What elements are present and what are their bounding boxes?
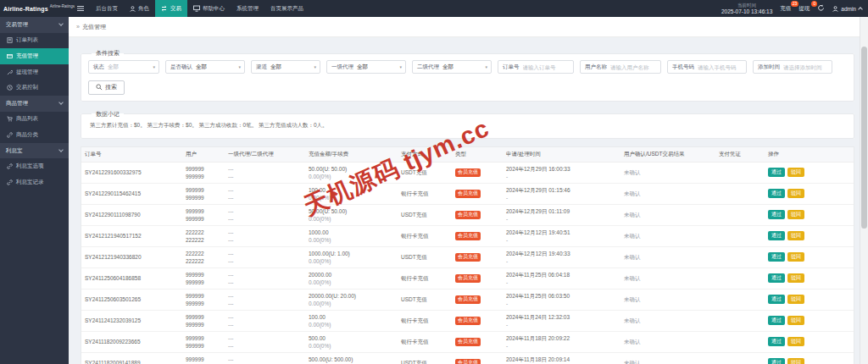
reject-button[interactable]: 驳回 — [787, 295, 804, 304]
agent2-select[interactable]: 二级代理 全部 ▾ — [412, 60, 492, 74]
recharge-notice-button[interactable]: 充值 23 — [780, 5, 791, 13]
sidebar-item-withdraw-mgmt[interactable]: 提现管理 — [0, 64, 69, 80]
col-type: 类型 — [452, 147, 503, 163]
sidebar-item-trade-control[interactable]: 交易控制 — [0, 80, 69, 96]
cell-type: 会员充值 — [452, 331, 503, 352]
cell-actions: 通过驳回 — [765, 204, 854, 225]
cell-agents: ------ — [225, 246, 305, 267]
cell-agents: ------ — [225, 225, 305, 246]
approve-button[interactable]: 通过 — [768, 168, 785, 177]
summary-panel: 数据小记 第三方累计充值：$0。 第三方手续费：$0。 第三方成功收款：0笔。 … — [81, 110, 854, 139]
sidebar-toggle-button[interactable] — [71, 0, 90, 17]
phone-input[interactable] — [698, 64, 746, 70]
approve-button[interactable]: 通过 — [768, 295, 785, 304]
col-actions: 操作 — [765, 147, 854, 163]
reject-button[interactable]: 驳回 — [787, 316, 804, 325]
scrollbar-thumb[interactable] — [861, 47, 867, 229]
approve-button[interactable]: 通过 — [768, 273, 785, 283]
username-input[interactable] — [610, 64, 660, 70]
reject-button[interactable]: 驳回 — [787, 252, 804, 262]
agent1-select[interactable]: 一级代理 全部 ▾ — [326, 60, 406, 74]
cell-pay-proof — [715, 289, 765, 310]
cell-pay-proof — [715, 246, 765, 267]
sidebar-group-trade[interactable]: 交易管理 — [0, 17, 69, 33]
type-badge: 会员充值 — [455, 359, 481, 364]
chevron-down-icon: ▾ — [314, 64, 316, 69]
top-header-bar: Airline-Ratings Airline-Ratings 后台首页 角色 … — [0, 0, 868, 17]
sidebar-item-order-list[interactable]: 订单列表 — [0, 33, 69, 49]
nav-item-trade[interactable]: 交易 — [155, 0, 187, 17]
cell-order-no: SY2411250604186858 — [81, 267, 182, 289]
cell-amount-fee: 20000.00(U: 20.00)0.00(0%) — [305, 289, 398, 310]
reject-button[interactable]: 驳回 — [787, 273, 804, 283]
cell-type: 会员充值 — [452, 352, 503, 364]
admin-username: admin — [841, 6, 856, 12]
reject-button[interactable]: 驳回 — [787, 168, 804, 177]
cell-type: 会员充值 — [452, 289, 503, 310]
channel-select[interactable]: 渠道 全部 ▾ — [251, 60, 320, 74]
cell-pay-proof — [715, 267, 765, 289]
cell-user-confirm: 未确认 — [620, 289, 715, 310]
admin-menu[interactable]: admin — [832, 6, 862, 12]
order-no-input[interactable] — [523, 64, 574, 70]
approve-button[interactable]: 通过 — [768, 337, 785, 346]
nav-item-home-products[interactable]: 首页展示产品 — [264, 0, 309, 17]
cell-user-confirm: 未确认 — [620, 225, 715, 246]
current-time: 当前时间 2025-07-10 13:46:13 — [721, 3, 772, 14]
nav-item-roles[interactable]: 角色 — [124, 0, 155, 17]
reject-button[interactable]: 驳回 — [787, 231, 804, 240]
recharge-table: 订单号 用户 一级代理/二级代理 充值金额/手续费 支付方式 类型 申请/处理时… — [81, 147, 854, 364]
table-header-row: 订单号 用户 一级代理/二级代理 充值金额/手续费 支付方式 类型 申请/处理时… — [81, 147, 854, 163]
approve-button[interactable]: 通过 — [768, 252, 785, 262]
cell-amount-fee: 20000.000.00(0%) — [305, 267, 398, 289]
cell-agents: ------ — [225, 289, 305, 310]
recharge-card-icon — [7, 53, 13, 59]
cell-user: 999999999999 — [182, 204, 225, 225]
reject-button[interactable]: 驳回 — [787, 210, 804, 219]
sidebar-group-interest[interactable]: 利息宝 — [0, 143, 69, 159]
admin-user-icon — [832, 6, 838, 12]
approve-button[interactable]: 通过 — [768, 189, 785, 198]
logo-text: Airline-Ratings — [3, 6, 48, 12]
filter-panel: 条件搜索 状态 全部 ▾ 是否确认 全部 ▾ 渠道 全部 ▾ — [81, 49, 854, 102]
sidebar-item-product-category[interactable]: 商品分类 — [0, 127, 69, 143]
cell-user-confirm: 未确认 — [620, 246, 715, 267]
sidebar-group-products[interactable]: 商品管理 — [0, 96, 69, 112]
nav-item-dashboard[interactable]: 后台首页 — [90, 0, 124, 17]
reject-button[interactable]: 驳回 — [787, 337, 804, 346]
sidebar-item-interest-records[interactable]: 利息宝记录 — [0, 174, 69, 190]
cell-actions: 通过驳回 — [765, 183, 854, 204]
approve-button[interactable]: 通过 — [768, 231, 785, 240]
cell-pay-proof — [715, 331, 765, 352]
nav-item-help-center[interactable]: 帮助中心 — [187, 0, 231, 17]
cell-order-no: SY2411182009223665 — [81, 331, 182, 352]
cell-user: 999999999999 — [182, 310, 225, 331]
reject-button[interactable]: 驳回 — [787, 189, 804, 198]
cell-pay-method: 银行卡充值 — [398, 267, 452, 289]
refresh-button[interactable] — [817, 4, 825, 13]
search-button[interactable]: 搜索 — [88, 80, 125, 95]
cell-actions: 通过驳回 — [765, 310, 854, 331]
cell-actions: 通过驳回 — [765, 352, 854, 364]
withdraw-notice-button[interactable]: 提现 0 — [798, 5, 810, 13]
status-select[interactable]: 状态 全部 ▾ — [88, 60, 159, 74]
add-time-input[interactable] — [783, 64, 832, 70]
approve-button[interactable]: 通过 — [768, 358, 785, 364]
sidebar-item-recharge-mgmt[interactable]: 充值管理 — [0, 48, 69, 64]
chevron-down-icon — [58, 21, 64, 26]
reject-button[interactable]: 驳回 — [787, 358, 804, 364]
approve-button[interactable]: 通过 — [768, 210, 785, 219]
filter-row: 状态 全部 ▾ 是否确认 全部 ▾ 渠道 全部 ▾ 一级代理 全部 ▾ — [88, 60, 847, 74]
page-scrollbar[interactable] — [860, 17, 868, 364]
cell-apply-time: 2024年12月29日 01:11:09- — [503, 204, 620, 225]
cell-amount-fee: 500.000.00(0%) — [305, 331, 398, 352]
confirm-select[interactable]: 是否确认 全部 ▾ — [165, 60, 245, 74]
page-title: 充值管理 — [82, 23, 106, 31]
type-badge: 会员充值 — [455, 338, 481, 346]
nav-item-system[interactable]: 系统管理 — [231, 0, 264, 17]
cell-agents: ------ — [225, 267, 305, 289]
cell-amount-fee: 50.00(U: 50.00)0.00(0%) — [305, 204, 398, 225]
sidebar-item-interest-options[interactable]: 利息宝选项 — [0, 158, 69, 174]
sidebar-item-product-list[interactable]: 商品列表 — [0, 112, 69, 128]
approve-button[interactable]: 通过 — [768, 316, 785, 325]
